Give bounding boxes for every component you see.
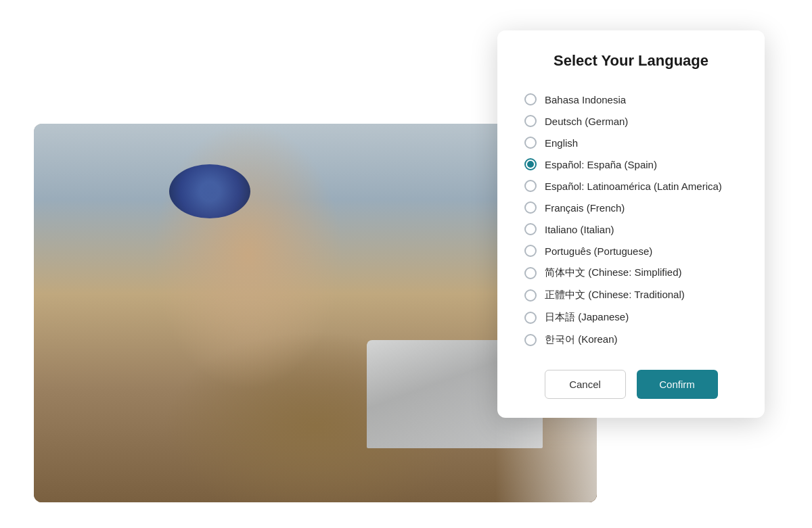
language-item-deutsch[interactable]: Deutsch (German) (524, 110, 738, 132)
language-label-chinese-traditional: 正體中文 (Chinese: Traditional) (545, 289, 685, 302)
language-item-korean[interactable]: 한국어 (Korean) (524, 329, 738, 351)
radio-espanol-latam (524, 180, 537, 192)
language-select-modal: Select Your Language Bahasa IndonesiaDeu… (497, 30, 765, 418)
language-label-english: English (545, 137, 578, 149)
language-label-francais: Français (French) (545, 202, 625, 214)
language-item-bahasa[interactable]: Bahasa Indonesia (524, 89, 738, 110)
radio-deutsch (524, 115, 537, 127)
language-label-chinese-simplified: 简体中文 (Chinese: Simplified) (545, 266, 682, 279)
radio-chinese-traditional (524, 289, 537, 302)
radio-korean (524, 334, 537, 346)
radio-inner-espanol-spain (527, 161, 534, 168)
radio-bahasa (524, 93, 537, 105)
language-label-japanese: 日本語 (Japanese) (545, 311, 629, 324)
language-label-espanol-latam: Español: Latinoamérica (Latin America) (545, 181, 722, 192)
modal-title: Select Your Language (524, 52, 738, 70)
language-item-espanol-spain[interactable]: Español: España (Spain) (524, 153, 738, 175)
radio-japanese (524, 312, 537, 324)
radio-chinese-simplified (524, 267, 537, 279)
language-item-italiano[interactable]: Italiano (Italian) (524, 218, 738, 240)
radio-espanol-spain (524, 158, 537, 170)
cancel-button[interactable]: Cancel (545, 370, 626, 399)
language-item-japanese[interactable]: 日本語 (Japanese) (524, 306, 738, 329)
language-label-italiano: Italiano (Italian) (545, 224, 614, 235)
language-label-deutsch: Deutsch (German) (545, 116, 628, 127)
modal-buttons: Cancel Confirm (524, 370, 738, 399)
language-list: Bahasa IndonesiaDeutsch (German)EnglishE… (524, 89, 738, 351)
radio-francais (524, 201, 537, 214)
headphone-decoration (169, 164, 250, 218)
radio-english (524, 137, 537, 149)
language-label-korean: 한국어 (Korean) (545, 333, 618, 346)
language-label-espanol-spain: Español: España (Spain) (545, 159, 657, 170)
language-label-portugues: Português (Portuguese) (545, 245, 652, 257)
language-label-bahasa: Bahasa Indonesia (545, 94, 626, 105)
language-item-chinese-traditional[interactable]: 正體中文 (Chinese: Traditional) (524, 284, 738, 306)
radio-portugues (524, 245, 537, 257)
confirm-button[interactable]: Confirm (637, 370, 718, 399)
language-item-english[interactable]: English (524, 132, 738, 153)
radio-italiano (524, 223, 537, 235)
language-item-chinese-simplified[interactable]: 简体中文 (Chinese: Simplified) (524, 262, 738, 284)
language-item-espanol-latam[interactable]: Español: Latinoamérica (Latin America) (524, 175, 738, 197)
language-item-francais[interactable]: Français (French) (524, 197, 738, 218)
language-item-portugues[interactable]: Português (Portuguese) (524, 240, 738, 262)
